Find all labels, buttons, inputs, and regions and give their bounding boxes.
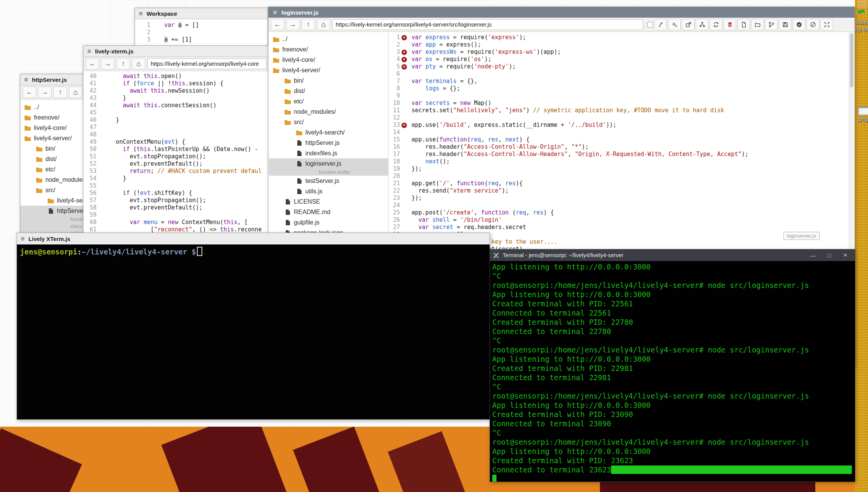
menu-icon[interactable] <box>24 76 28 83</box>
back-button[interactable] <box>271 19 284 30</box>
code-line[interactable]: 54 } <box>83 175 269 182</box>
tree-item[interactable]: freenove/ <box>269 44 388 55</box>
new-file-button[interactable] <box>737 19 750 30</box>
tree-item[interactable]: lively4-server/ <box>269 65 388 75</box>
forward-button[interactable] <box>38 86 52 98</box>
loginserver-titlebar[interactable]: loginserver.js <box>268 7 855 18</box>
code-line[interactable]: 16 res.header("Access-Control-Allow-Orig… <box>388 143 849 151</box>
code-line[interactable]: 14 <box>388 129 849 136</box>
code-line[interactable]: 26 var shell = '/bin/login' <box>388 216 849 224</box>
code-line[interactable]: 2 <box>135 29 268 36</box>
workspace-titlebar[interactable]: Workspace <box>135 8 268 19</box>
code-line[interactable]: 22 res.send("xterm service"); <box>388 187 849 194</box>
code-line[interactable]: 17 res.header("Access-Control-Allow-Head… <box>388 151 849 158</box>
tree-item[interactable]: utils.js <box>269 186 388 196</box>
menu-icon[interactable] <box>87 48 91 55</box>
tree-item[interactable]: README.md <box>269 207 388 217</box>
code-line[interactable]: 13×app.use('/build', express.static(__di… <box>388 121 849 129</box>
maximize-button[interactable]: □ <box>823 252 836 259</box>
code-line[interactable]: 3a += [1] <box>135 36 268 43</box>
code-line[interactable]: 19}); <box>388 165 849 173</box>
trash-button[interactable] <box>723 19 736 30</box>
folder-button[interactable] <box>751 19 764 30</box>
expand-button[interactable] <box>820 19 833 30</box>
forward-button[interactable] <box>286 19 300 30</box>
scrollbar-thumb[interactable] <box>850 33 853 87</box>
code-line[interactable]: 1×var express = require('express'); <box>388 34 849 41</box>
code-line[interactable]: 21app.get('/', function(req, res){ <box>388 180 849 187</box>
code-line[interactable]: 1var a = [] <box>135 22 268 29</box>
tree-item[interactable]: loginserver.js <box>269 158 388 169</box>
code-line[interactable]: 15app.use(function(req, res, next) { <box>388 136 849 143</box>
code-line[interactable]: 24 <box>388 202 849 209</box>
forward-button[interactable] <box>101 58 115 70</box>
xterm-editor-code[interactable]: 40 await this.open()41 if (force || !thi… <box>83 71 269 235</box>
url-input[interactable]: https://lively-kernel.org/sensorpi/livel… <box>147 58 267 69</box>
tree-item[interactable]: src/ <box>269 117 388 127</box>
code-line[interactable]: 44 await this.connectSession() <box>83 102 269 109</box>
style-checkbox[interactable] <box>647 22 653 28</box>
code-line[interactable]: 57 evt.stopPropagation(); <box>83 197 269 204</box>
tree-item[interactable]: LICENSE <box>269 196 388 207</box>
tree-item[interactable]: indexfiles.js <box>269 148 388 158</box>
close-button[interactable]: × <box>839 251 852 259</box>
cancel-button[interactable] <box>806 19 819 30</box>
code-line[interactable]: 58 evt.preventDefault(); <box>83 204 269 211</box>
home-button[interactable] <box>317 19 330 30</box>
xterm-editor-titlebar[interactable]: lively-xterm.js <box>83 46 269 57</box>
code-line[interactable]: 2var app = express(); <box>388 41 849 48</box>
terminal-output[interactable]: App listening to http://0.0.0.0:3000^Cro… <box>490 261 855 482</box>
menu-icon[interactable] <box>139 10 143 17</box>
tree-item-sublabel[interactable]: function buffer <box>269 169 388 176</box>
url-input[interactable]: https://lively-kernel.org/sensorpi/livel… <box>332 19 643 30</box>
accept-button[interactable] <box>793 19 805 30</box>
code-line[interactable]: 25app.post('/create', function (req, res… <box>388 209 849 216</box>
menu-icon[interactable] <box>21 236 25 242</box>
code-line[interactable]: 56 if (!evt.shiftKey) { <box>83 189 269 197</box>
code-line[interactable]: 27 var secret = req.headers.secret <box>388 224 849 231</box>
home-button[interactable] <box>132 58 145 70</box>
minimize-button[interactable]: — <box>806 252 820 259</box>
code-line[interactable]: 43 } <box>83 95 269 102</box>
code-line[interactable]: 60 var menu = new ContextMenu(this, [ <box>83 219 269 226</box>
code-line[interactable]: 6 <box>388 70 849 78</box>
up-button[interactable] <box>302 19 315 30</box>
open-external-button[interactable] <box>682 19 695 30</box>
code-line[interactable]: 47 <box>83 124 269 131</box>
code-line[interactable]: 41 if (force || !this.session) { <box>83 80 269 87</box>
code-line[interactable]: 8 logs = {}; <box>388 85 849 92</box>
tree-item[interactable]: node_modules/ <box>269 106 388 117</box>
code-line[interactable]: 9 <box>388 92 849 100</box>
git-branch-button[interactable] <box>765 19 778 30</box>
desktop-connector-icon[interactable] <box>856 9 866 14</box>
code-line[interactable]: 10var secrets = new Map() <box>388 100 849 107</box>
code-line[interactable]: 50 if (this.lastPointerUp && (Date.now()… <box>83 146 269 153</box>
sitemap-button[interactable] <box>696 19 708 30</box>
code-line[interactable]: 12 <box>388 114 849 121</box>
brush-button[interactable] <box>654 19 667 30</box>
code-line[interactable]: 53 return; // #HACK custom prevent defau… <box>83 168 269 175</box>
up-button[interactable] <box>117 58 130 70</box>
tree-item[interactable]: etc/ <box>269 96 388 106</box>
tree-item[interactable]: lively4-search/ <box>269 127 388 138</box>
desktop-folder-icon[interactable] <box>857 1 867 8</box>
code-line[interactable]: 45 <box>83 109 269 116</box>
tree-item[interactable]: bin/ <box>269 75 388 86</box>
code-line[interactable]: 7var terminals = {}, <box>388 78 849 85</box>
code-line[interactable]: 23}); <box>388 194 849 202</box>
lively-xterm-titlebar[interactable]: Lively XTerm.js <box>17 233 490 245</box>
tree-item[interactable]: ../ <box>269 34 388 44</box>
tree-item[interactable]: lively4-core/ <box>269 55 388 65</box>
code-line[interactable]: 49 onContextMenu(evt) { <box>83 138 269 146</box>
code-line[interactable]: 40 await this.open() <box>83 73 269 80</box>
code-line[interactable]: 46 } <box>83 116 269 124</box>
code-line[interactable]: 5×var pty = require('node-pty'); <box>388 63 849 70</box>
tree-item[interactable]: gulpfile.js <box>269 217 388 228</box>
save-button[interactable] <box>779 19 791 30</box>
code-line[interactable]: 55 <box>83 182 269 189</box>
lively-xterm-terminal[interactable]: jens@sensorpi:~/lively4/lively4-server $ <box>17 244 490 419</box>
terminal-titlebar[interactable]: Terminal - jens@sensorpi: ~/lively4/live… <box>490 249 855 261</box>
code-line[interactable]: 52 evt.preventDefault(); <box>83 160 269 168</box>
up-button[interactable] <box>53 86 67 98</box>
code-line[interactable]: 11secrets.set("hellolively", "jens") // … <box>388 107 849 114</box>
